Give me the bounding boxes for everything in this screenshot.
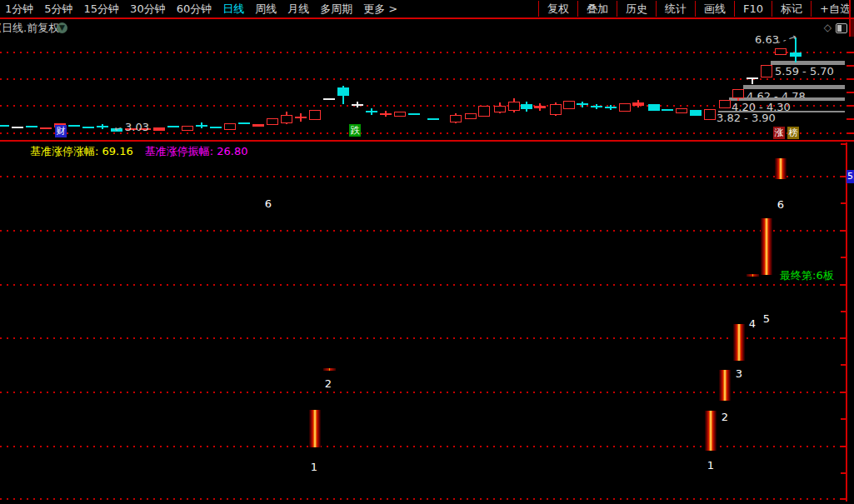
price-zone-label: 3.82 - 3.90 (717, 112, 776, 124)
candle-body (295, 117, 307, 118)
axis-tick (847, 78, 854, 80)
candle-body-up (732, 89, 744, 98)
final-board-text: 最终第:6板 (780, 268, 834, 283)
trading-app-window: 1分钟5分钟15分钟30分钟60分钟日线周线月线多周期更多 > 复权叠加历史统计… (0, 0, 854, 504)
price-tag: 3.03 (125, 121, 149, 133)
limit-up-dash (323, 368, 336, 371)
candle-body-down (167, 126, 179, 127)
chart-marker-涨: 涨 (773, 127, 785, 139)
board-count-number: 6 (265, 197, 272, 210)
axis-tick (847, 52, 854, 53)
candle-body (380, 113, 392, 115)
axis-tick (841, 284, 846, 286)
candle-body-down (577, 103, 588, 105)
axis-tick (847, 105, 854, 107)
price-zone-label: 5.59 - 5.70 (775, 65, 834, 77)
board-count-number: 5 (763, 312, 770, 325)
candle-body-up (761, 65, 772, 77)
candle-body (352, 104, 363, 106)
candle-body-down (97, 126, 108, 127)
candle-body-down (26, 126, 37, 127)
limit-up-dash (747, 274, 759, 277)
grid-line (0, 337, 845, 339)
axis-tick (847, 92, 854, 93)
candle-body (632, 102, 644, 106)
candle-body-up (267, 118, 278, 125)
candle-body-down (82, 127, 94, 128)
axis-tick (841, 202, 846, 204)
grid-line (0, 78, 845, 80)
candle-body (40, 127, 52, 129)
axis-tick (847, 65, 854, 67)
candle-body-down (196, 125, 207, 127)
axis-value-label: 5. (847, 170, 854, 183)
axis-tick (841, 257, 846, 258)
axis-tick (841, 311, 846, 312)
candle-body (534, 106, 546, 108)
board-count-number: 4 (749, 317, 756, 330)
panel-divider (0, 140, 854, 142)
axis-tick (847, 132, 854, 134)
grid-line (0, 105, 845, 107)
grid-line (0, 392, 845, 393)
candle-body (252, 124, 264, 127)
axis-tick (841, 498, 846, 500)
axis-tick (841, 418, 846, 420)
axis-tick (841, 230, 846, 232)
candle-body-up (309, 110, 321, 120)
grid-line (0, 52, 845, 53)
candle-body-up (465, 113, 477, 119)
grid-line (0, 176, 845, 177)
axis-tick (841, 446, 846, 447)
axis-tick (841, 392, 846, 393)
board-count-number: 6 (777, 198, 784, 211)
candle-body-up (508, 102, 520, 111)
grid-line (0, 446, 845, 447)
candle-body-up (478, 106, 490, 117)
candle-body-up (719, 100, 731, 108)
candle-body-down (408, 113, 420, 115)
limit-up-bar (761, 218, 772, 275)
candle-body-down (337, 87, 349, 96)
candle-body-up (550, 104, 562, 115)
candle-body-down (605, 107, 617, 108)
candle-body-up (704, 109, 716, 120)
grid-line (0, 498, 845, 500)
price-zone-bar (743, 85, 845, 89)
chart-marker-财: 财 (55, 125, 67, 137)
candle-body-up (224, 123, 236, 130)
chart-marker-榜: 榜 (787, 127, 799, 139)
limit-up-bar (775, 158, 787, 179)
candle-body-down (790, 52, 802, 57)
axis-tick (841, 176, 846, 177)
candle-body (747, 77, 758, 79)
candle-body-down (690, 110, 702, 116)
candle-body-down (238, 122, 250, 124)
axis-tick (841, 472, 846, 474)
candle-body-up (281, 115, 292, 123)
grid-line (0, 284, 845, 286)
axis-tick (841, 143, 846, 145)
board-count-number: 1 (707, 459, 714, 472)
board-count-number: 2 (325, 377, 332, 390)
candle-body-down (591, 106, 602, 107)
arrow-left-icon: ← (112, 122, 122, 135)
candle-body-down (427, 118, 439, 120)
candle-body-down (648, 104, 660, 111)
board-count-number: 1 (311, 461, 317, 473)
chart-marker-跌: 跌 (349, 124, 361, 137)
board-count-number: 2 (722, 411, 728, 423)
candle-body-down (210, 127, 222, 128)
limit-up-bar (309, 410, 321, 447)
candle-body-up (494, 106, 506, 112)
candle-body-down (366, 111, 377, 112)
limit-up-bar (719, 370, 731, 401)
candle-body (323, 98, 335, 100)
candle-body-down (662, 109, 673, 111)
board-count-number: 3 (736, 367, 742, 380)
chart-area: 5.59 - 5.704.62 - 4.784.20 - 4.303.82 - … (0, 0, 854, 504)
candle-body-up (394, 112, 406, 117)
right-axis-line (846, 142, 847, 502)
grid-line (0, 230, 845, 232)
candle-body (153, 127, 165, 131)
